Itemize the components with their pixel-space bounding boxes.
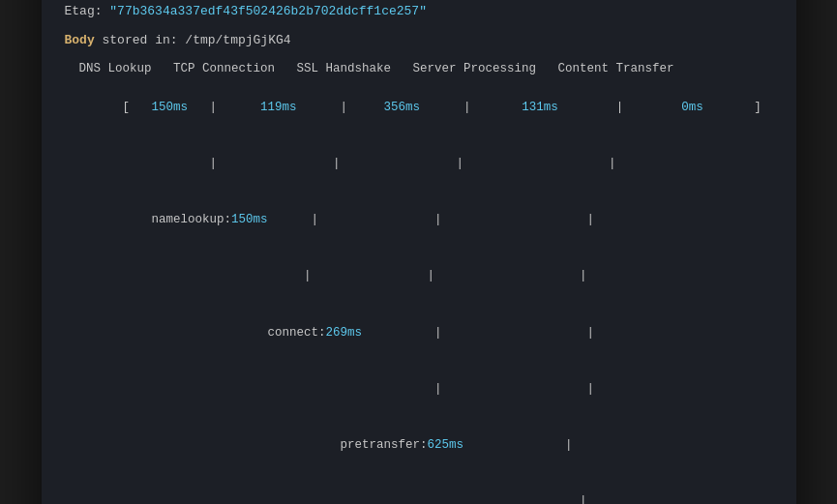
pipe-line-2: | | | [65,249,773,305]
timing-section: DNS Lookup TCP Connection SSL Handshake … [65,60,773,504]
http-response-headers: HTTP/1.1 200 OK Server: nginx/1.6.3 Date… [65,0,773,21]
pipe-line-3: | | [65,361,773,417]
body-stored-line: Body stored in: /tmp/tmpjGjKG4 [65,31,773,50]
terminal-window: ssh ) ) python httpstat.py https://reorx… [42,0,796,504]
namelookup-line: namelookup:150ms | | | [65,193,773,249]
timing-labels: DNS Lookup TCP Connection SSL Handshake … [65,60,773,78]
pipe-line-4: | [65,474,773,504]
pipe-line-1: | | | | [65,136,773,193]
connect-line: connect:269ms | | [65,305,773,361]
timing-bar: [ 150ms | 119ms | 356ms | 131ms | 0ms ] [65,80,773,136]
terminal-body: ) ) python httpstat.py https://reorx.com… [42,0,796,504]
pretransfer-line: pretransfer:625ms | [65,417,773,473]
header-etag: Etag: "77b3634a337edf43f502426b2b702ddcf… [65,2,773,21]
